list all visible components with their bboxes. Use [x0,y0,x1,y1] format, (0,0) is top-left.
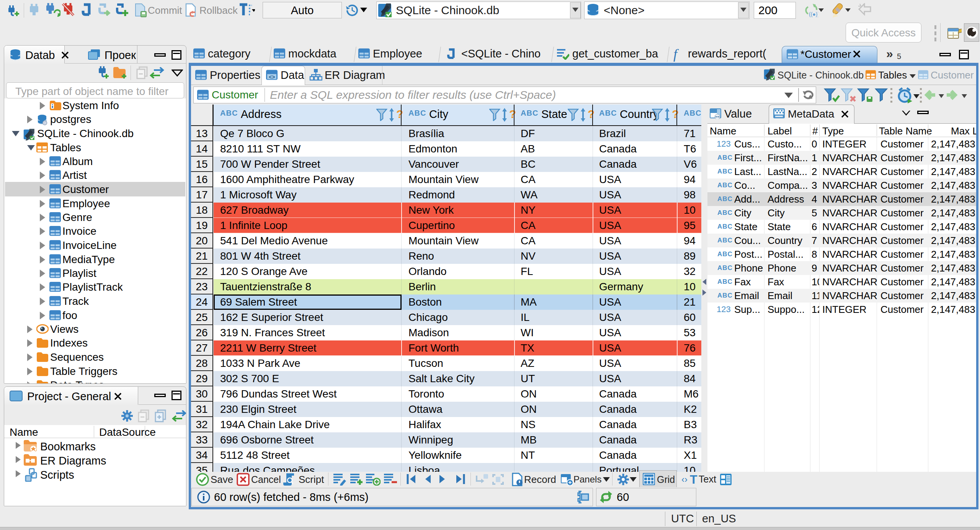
svg-text:((●)): ((●)) [809,11,818,17]
svg-text:<>: <> [269,74,275,80]
